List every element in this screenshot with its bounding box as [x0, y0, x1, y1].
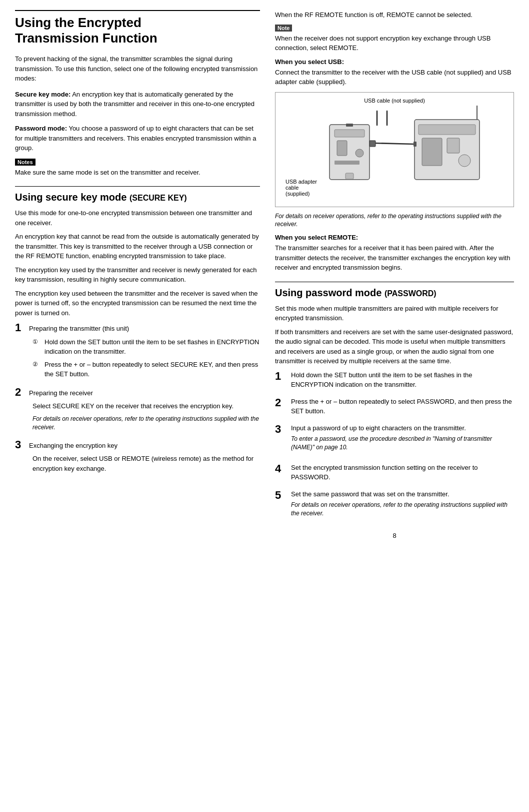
step-1: 1 Preparing the transmitter (this unit) …: [15, 322, 260, 379]
password-step-1-text: Hold down the SET button until the item …: [291, 370, 514, 390]
password-step-3-content: Input a password of up to eight characte…: [291, 423, 514, 456]
password-step-2: 2 Press the + or – button repeatedly to …: [275, 397, 514, 416]
svg-rect-7: [346, 173, 354, 179]
step-2-italic: For details on receiver operations, refe…: [32, 415, 260, 432]
secure-key-mode-label: Secure key mode:: [15, 91, 70, 98]
when-usb-section: When you select USB: Connect the transmi…: [275, 58, 514, 229]
password-step-5: 5 Set the same password that was set on …: [275, 489, 514, 522]
step-2-subtext: Select SECURE KEY on the receiver that r…: [32, 401, 260, 411]
step-3-num: 3: [15, 439, 25, 451]
password-step-4-num: 4: [275, 463, 286, 475]
note-badge: Note: [275, 25, 292, 32]
password-step-4: 4 Set the encrypted transmission functio…: [275, 463, 514, 482]
usb-label-bottom: USB adapter cable (supplied): [286, 179, 317, 197]
password-intro1: Set this mode when multiple transmitters…: [275, 304, 514, 323]
svg-line-17: [374, 143, 414, 144]
password-intro2: If both transmitters and receivers are s…: [275, 327, 514, 366]
svg-rect-11: [422, 138, 442, 166]
step-2-num: 2: [15, 386, 25, 398]
note-text: When the receiver does not support encry…: [275, 34, 514, 53]
step-3-main: 3 Exchanging the encryption key: [15, 439, 260, 451]
password-step-2-num: 2: [275, 397, 286, 409]
notes-badge: Notes: [15, 159, 36, 166]
when-remote-section: When you select REMOTE: The transmitter …: [275, 234, 514, 273]
page: Using the Encrypted Transmission Functio…: [0, 0, 529, 812]
password-mode-desc: Password mode: You choose a password of …: [15, 124, 260, 153]
step-3: 3 Exchanging the encryption key On the r…: [15, 439, 260, 473]
when-remote-heading: When you select REMOTE:: [275, 234, 514, 241]
notes-text: Make sure the same mode is set on the tr…: [15, 168, 260, 178]
usb-diagram-svg: [300, 106, 490, 198]
rf-remote-note: When the RF REMOTE function is off, REMO…: [275, 10, 514, 20]
secure-key-mode-desc: Secure key mode: An encryption key that …: [15, 90, 260, 119]
secure-key-section-title: Using secure key mode (SECURE KEY): [15, 192, 260, 203]
step-3-sub: On the receiver, select USB or REMOTE (w…: [32, 454, 260, 473]
password-section-subtitle: (PASSWORD): [384, 289, 436, 298]
sub-step-1a: ① Hold down the SET button until the ite…: [32, 337, 260, 357]
secure-key-section-subtitle: (SECURE KEY): [130, 194, 187, 202]
when-remote-text: The transmitter searches for a receiver …: [275, 243, 514, 273]
right-column: When the RF REMOTE function is off, REMO…: [275, 10, 514, 797]
svg-point-13: [458, 155, 470, 167]
step-2-main: 2 Preparing the receiver: [15, 386, 260, 398]
note-section: Note When the receiver does not support …: [275, 24, 514, 53]
password-step-5-text: Set the same password that was set on th…: [291, 490, 450, 498]
svg-rect-12: [447, 138, 460, 153]
step-1-main: 1 Preparing the transmitter (this unit): [15, 322, 260, 334]
password-section-rule: [275, 282, 514, 282]
intro-text: To prevent hacking of the signal, the tr…: [15, 54, 260, 84]
password-step-3: 3 Input a password of up to eight charac…: [275, 423, 514, 456]
secure-key-body2: An encryption key that cannot be read fr…: [15, 232, 260, 261]
password-step-3-italic: To enter a password, use the procedure d…: [291, 435, 514, 452]
step-2-sub: Select SECURE KEY on the receiver that r…: [32, 401, 260, 432]
sub-step-1a-text: Hold down the SET button until the item …: [44, 337, 260, 357]
step-1-text: Preparing the transmitter (this unit): [29, 322, 129, 334]
sub-step-1b-text: Press the + or – button repeatedly to se…: [44, 360, 260, 379]
password-step-5-italic: For details on receiver operations, refe…: [291, 501, 514, 518]
svg-point-5: [356, 149, 364, 157]
password-step-5-num: 5: [275, 489, 286, 501]
secure-key-body3: The encryption key used by the transmitt…: [15, 265, 260, 285]
password-step-1-num: 1: [275, 370, 286, 382]
step-3-text: Exchanging the encryption key: [29, 439, 118, 451]
secure-key-body4: The encryption key used between the tran…: [15, 289, 260, 318]
left-column: Using the Encrypted Transmission Functio…: [15, 10, 260, 797]
usb-label-top: USB cable (not supplied): [280, 98, 508, 104]
svg-rect-18: [370, 141, 376, 147]
svg-rect-16: [414, 142, 416, 147]
svg-rect-4: [337, 141, 347, 156]
page-number: 8: [275, 532, 514, 539]
step-3-subtext: On the receiver, select USB or REMOTE (w…: [32, 454, 260, 473]
section-rule-1: [15, 186, 260, 187]
usb-diagram: USB cable (not supplied): [275, 92, 514, 207]
password-step-1: 1 Hold down the SET button until the ite…: [275, 370, 514, 390]
secure-key-body1: Use this mode for one-to-one encrypted t…: [15, 208, 260, 228]
password-section-title: Using password mode (PASSWORD): [275, 287, 514, 299]
svg-rect-3: [334, 130, 364, 137]
password-step-3-text: Input a password of up to eight characte…: [291, 424, 466, 432]
password-step-3-num: 3: [275, 423, 286, 435]
when-usb-text: Connect the transmitter to the receiver …: [275, 68, 514, 87]
main-title: Using the Encrypted Transmission Functio…: [15, 15, 260, 46]
password-step-5-content: Set the same password that was set on th…: [291, 489, 514, 522]
sub-step-1b-marker: ②: [32, 361, 42, 368]
svg-rect-8: [346, 124, 353, 127]
when-usb-italic: For details on receiver operations, refe…: [275, 212, 514, 229]
sub-step-1b: ② Press the + or – button repeatedly to …: [32, 360, 260, 379]
password-mode-label: Password mode:: [15, 125, 67, 132]
notes-section: Notes Make sure the same mode is set on …: [15, 158, 260, 178]
svg-rect-10: [418, 125, 476, 135]
step-2-text: Preparing the receiver: [29, 386, 93, 398]
step-1-substeps: ① Hold down the SET button until the ite…: [32, 337, 260, 379]
step-2: 2 Preparing the receiver Select SECURE K…: [15, 386, 260, 432]
step-1-num: 1: [15, 322, 25, 334]
when-usb-heading: When you select USB:: [275, 58, 514, 66]
password-step-4-text: Set the encrypted transmission function …: [291, 463, 514, 482]
password-step-2-text: Press the + or – button repeatedly to se…: [291, 397, 514, 416]
svg-rect-6: [334, 161, 360, 165]
top-rule: [15, 10, 260, 11]
sub-step-1a-marker: ①: [32, 338, 42, 345]
